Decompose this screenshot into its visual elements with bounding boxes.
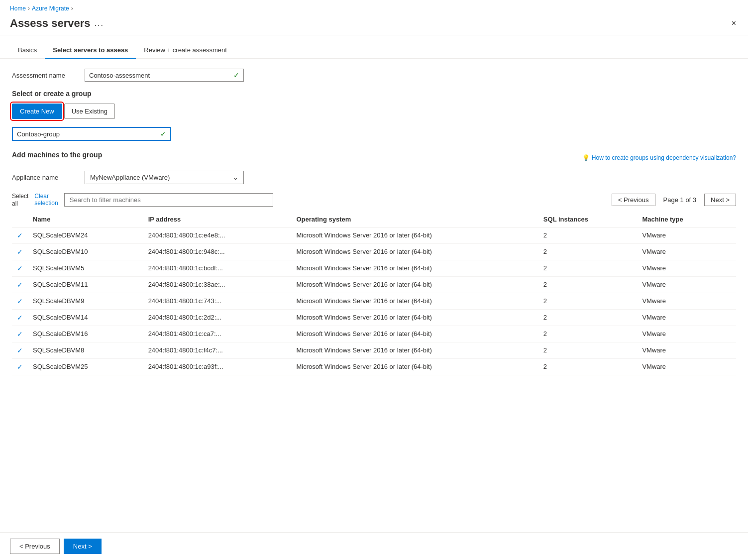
row-checkbox-cell[interactable]: ✓ xyxy=(12,326,28,342)
group-name-row: ✓ xyxy=(12,127,736,141)
table-row: ✓ SQLScaleDBVM11 2404:f801:4800:1c:38ae:… xyxy=(12,276,736,293)
row-sql: 2 xyxy=(538,309,638,326)
assessment-name-checkmark: ✓ xyxy=(233,71,239,79)
table-row: ✓ SQLScaleDBVM8 2404:f801:4800:1c:f4c7:.… xyxy=(12,342,736,358)
row-ip: 2404:f801:4800:1c:bcdf:... xyxy=(143,260,292,276)
row-os: Microsoft Windows Server 2016 or later (… xyxy=(291,227,538,243)
table-row: ✓ SQLScaleDBVM24 2404:f801:4800:1c:e4e8:… xyxy=(12,227,736,243)
appliance-value: MyNewAppliance (VMware) xyxy=(90,174,170,181)
row-name: SQLScaleDBVM24 xyxy=(28,227,143,243)
add-machines-title: Add machines to the group xyxy=(12,151,102,159)
col-name: Name xyxy=(28,212,143,227)
group-name-input-wrapper: ✓ xyxy=(12,127,171,141)
col-type: Machine type xyxy=(637,212,736,227)
row-type: VMware xyxy=(637,227,736,243)
row-checkbox-icon: ✓ xyxy=(17,346,23,354)
row-name: SQLScaleDBVM11 xyxy=(28,276,143,293)
row-name: SQLScaleDBVM25 xyxy=(28,358,143,375)
dependency-link[interactable]: 💡 How to create groups using dependency … xyxy=(582,154,736,161)
row-checkbox-cell[interactable]: ✓ xyxy=(12,276,28,293)
row-checkbox-cell[interactable]: ✓ xyxy=(12,243,28,260)
row-os: Microsoft Windows Server 2016 or later (… xyxy=(291,293,538,309)
table-header-row: Name IP address Operating system SQL ins… xyxy=(12,212,736,227)
row-checkbox-icon: ✓ xyxy=(17,231,23,239)
table-body: ✓ SQLScaleDBVM24 2404:f801:4800:1c:e4e8:… xyxy=(12,227,736,375)
row-name: SQLScaleDBVM14 xyxy=(28,309,143,326)
row-ip: 2404:f801:4800:1c:e4e8:... xyxy=(143,227,292,243)
tab-review[interactable]: Review + create assessment xyxy=(136,42,235,59)
group-name-checkmark: ✓ xyxy=(160,130,166,138)
table-controls-left: Select all Clear selection xyxy=(12,192,273,208)
col-sql: SQL instances xyxy=(538,212,638,227)
row-ip: 2404:f801:4800:1c:948c:... xyxy=(143,243,292,260)
assessment-name-input[interactable] xyxy=(89,72,230,79)
assessment-name-row: Assessment name ✓ xyxy=(12,69,736,82)
row-sql: 2 xyxy=(538,243,638,260)
table-row: ✓ SQLScaleDBVM16 2404:f801:4800:1c:ca7:.… xyxy=(12,326,736,342)
row-type: VMware xyxy=(637,293,736,309)
assessment-name-label: Assessment name xyxy=(12,72,77,79)
row-type: VMware xyxy=(637,276,736,293)
row-checkbox-icon: ✓ xyxy=(17,363,23,371)
row-checkbox-icon: ✓ xyxy=(17,281,23,289)
breadcrumb-azure-migrate[interactable]: Azure Migrate xyxy=(32,5,69,12)
appliance-label: Appliance name xyxy=(12,174,77,181)
row-ip: 2404:f801:4800:1c:ca7:... xyxy=(143,326,292,342)
row-checkbox-cell[interactable]: ✓ xyxy=(12,342,28,358)
table-row: ✓ SQLScaleDBVM10 2404:f801:4800:1c:948c:… xyxy=(12,243,736,260)
row-sql: 2 xyxy=(538,293,638,309)
row-name: SQLScaleDBVM9 xyxy=(28,293,143,309)
col-os: Operating system xyxy=(291,212,538,227)
search-input[interactable] xyxy=(64,193,273,207)
row-sql: 2 xyxy=(538,342,638,358)
row-ip: 2404:f801:4800:1c:743:... xyxy=(143,293,292,309)
row-sql: 2 xyxy=(538,358,638,375)
row-sql: 2 xyxy=(538,276,638,293)
row-name: SQLScaleDBVM5 xyxy=(28,260,143,276)
machines-table: Name IP address Operating system SQL ins… xyxy=(12,212,736,375)
row-type: VMware xyxy=(637,243,736,260)
pagination: < Previous Page 1 of 3 Next > xyxy=(612,194,736,206)
row-ip: 2404:f801:4800:1c:2d2:... xyxy=(143,309,292,326)
row-type: VMware xyxy=(637,326,736,342)
row-ip: 2404:f801:4800:1c:38ae:... xyxy=(143,276,292,293)
row-checkbox-cell[interactable]: ✓ xyxy=(12,293,28,309)
prev-page-button[interactable]: < Previous xyxy=(612,194,655,206)
group-name-input[interactable] xyxy=(17,130,157,138)
col-checkbox xyxy=(12,212,28,227)
tabs-container: Basics Select servers to assess Review +… xyxy=(0,35,748,59)
tab-basics[interactable]: Basics xyxy=(10,42,45,59)
clear-selection-link[interactable]: Clear selection xyxy=(34,193,58,207)
table-row: ✓ SQLScaleDBVM9 2404:f801:4800:1c:743:..… xyxy=(12,293,736,309)
appliance-dropdown[interactable]: MyNewAppliance (VMware) ⌄ xyxy=(85,171,244,184)
row-checkbox-icon: ✓ xyxy=(17,248,23,256)
table-controls: Select all Clear selection < Previous Pa… xyxy=(12,192,736,208)
close-button[interactable]: × xyxy=(730,17,738,30)
row-checkbox-cell[interactable]: ✓ xyxy=(12,309,28,326)
table-row: ✓ SQLScaleDBVM25 2404:f801:4800:1c:a93f:… xyxy=(12,358,736,375)
next-page-button[interactable]: Next > xyxy=(704,194,736,206)
group-section-title: Select or create a group xyxy=(12,90,736,98)
row-sql: 2 xyxy=(538,260,638,276)
add-machines-header: Add machines to the group 💡 How to creat… xyxy=(12,151,736,165)
row-checkbox-cell[interactable]: ✓ xyxy=(12,227,28,243)
row-type: VMware xyxy=(637,342,736,358)
tab-select-servers[interactable]: Select servers to assess xyxy=(45,42,136,59)
table-row: ✓ SQLScaleDBVM5 2404:f801:4800:1c:bcdf:.… xyxy=(12,260,736,276)
row-ip: 2404:f801:4800:1c:a93f:... xyxy=(143,358,292,375)
bulb-icon: 💡 xyxy=(582,154,590,161)
row-os: Microsoft Windows Server 2016 or later (… xyxy=(291,309,538,326)
row-name: SQLScaleDBVM8 xyxy=(28,342,143,358)
row-checkbox-cell[interactable]: ✓ xyxy=(12,358,28,375)
row-os: Microsoft Windows Server 2016 or later (… xyxy=(291,260,538,276)
row-type: VMware xyxy=(637,358,736,375)
breadcrumb-home[interactable]: Home xyxy=(10,5,26,12)
use-existing-button[interactable]: Use Existing xyxy=(64,104,115,119)
row-checkbox-cell[interactable]: ✓ xyxy=(12,260,28,276)
row-os: Microsoft Windows Server 2016 or later (… xyxy=(291,276,538,293)
dependency-link-text: How to create groups using dependency vi… xyxy=(592,154,736,161)
create-new-button[interactable]: Create New xyxy=(12,104,62,119)
table-row: ✓ SQLScaleDBVM14 2404:f801:4800:1c:2d2:.… xyxy=(12,309,736,326)
ellipsis-menu-btn[interactable]: ... xyxy=(94,19,104,28)
row-sql: 2 xyxy=(538,227,638,243)
